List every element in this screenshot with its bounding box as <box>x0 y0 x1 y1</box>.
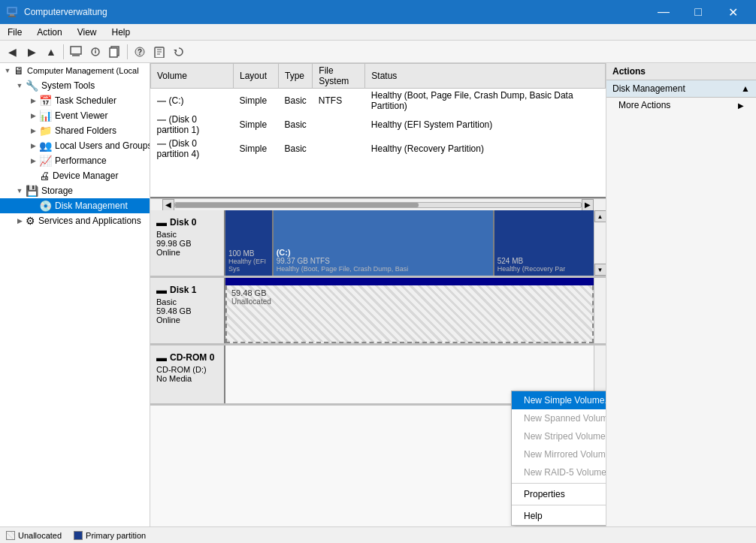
disk0-c-partition[interactable]: (C:) 99.37 GB NTFS Healthy (Boot, Page F… <box>274 210 494 276</box>
toolbar-separator-2 <box>127 44 128 59</box>
event-icon: 📊 <box>39 110 52 122</box>
new-window-button[interactable] <box>106 43 124 61</box>
sidebar-item-event-viewer[interactable]: ▶ 📊 Event Viewer <box>0 108 150 123</box>
cdrom-title: ▬ CD-ROM 0 <box>156 351 218 364</box>
forward-button[interactable]: ▶ <box>23 43 41 61</box>
properties-button[interactable] <box>86 43 104 61</box>
col-type[interactable]: Type <box>279 64 313 89</box>
services-icon: ⚙ <box>26 215 35 227</box>
expand-services[interactable]: ▶ <box>14 215 26 227</box>
refresh-button[interactable] <box>170 43 188 61</box>
col-filesystem[interactable]: File System <box>313 64 365 89</box>
title-bar: Computerverwaltung — □ ✕ <box>0 0 756 24</box>
actions-section-arrow: ▲ <box>741 83 750 94</box>
vscroll-down-btn[interactable]: ▼ <box>594 264 606 276</box>
ctx-item-6[interactable]: Properties <box>512 485 606 503</box>
svg-point-8 <box>95 48 96 50</box>
hscroll-left-btn[interactable]: ◀ <box>162 199 174 211</box>
maximize-button[interactable]: □ <box>681 0 715 24</box>
sidebar: ▼ 🖥 Computer Management (Local ▼ 🔧 Syste… <box>0 63 150 526</box>
disk-icon: ▬ <box>156 216 167 228</box>
col-layout[interactable]: Layout <box>234 64 279 89</box>
actions-more-actions[interactable]: More Actions ▶ <box>606 98 756 113</box>
menu-file[interactable]: File <box>0 26 29 39</box>
disk1-top-bar <box>225 278 594 285</box>
table-row[interactable]: (Disk 0 partition 1) Simple Basic Health… <box>151 113 606 137</box>
sidebar-item-shared-folders[interactable]: ▶ 📁 Shared Folders <box>0 123 150 138</box>
col-volume[interactable]: Volume <box>151 64 234 89</box>
vscroll-up-btn[interactable]: ▲ <box>594 210 606 222</box>
disk0-efi-partition[interactable]: 100 MB Healthy (EFI Sys <box>225 210 274 276</box>
sidebar-item-disk-management[interactable]: ▶ 💿 Disk Management <box>0 198 150 213</box>
legend-primary: Primary partition <box>74 531 146 540</box>
disk0-c-detail2: Healthy (Boot, Page File, Crash Dump, Ba… <box>277 265 490 273</box>
expand-performance[interactable]: ▶ <box>27 155 39 167</box>
expand-local-users[interactable]: ▶ <box>27 140 39 152</box>
back-button[interactable]: ◀ <box>3 43 21 61</box>
users-icon: 👥 <box>39 140 52 152</box>
sidebar-item-system-tools[interactable]: ▼ 🔧 System Tools <box>0 78 150 93</box>
ctx-item-3: New Mirrored Volume... <box>512 445 606 463</box>
expand-root[interactable]: ▼ <box>2 65 14 77</box>
ctx-item-8[interactable]: Help <box>512 507 606 525</box>
cdrom-info: ▬ CD-ROM 0 CD-ROM (D:) No Media <box>150 345 225 403</box>
legend-primary-box <box>74 531 83 540</box>
sidebar-item-storage[interactable]: ▼ 💾 Storage <box>0 183 150 198</box>
menu-action[interactable]: Action <box>29 26 69 39</box>
expand-system-tools[interactable]: ▼ <box>14 80 26 92</box>
actions-header: Actions <box>606 63 756 80</box>
sidebar-item-services[interactable]: ▶ ⚙ Services and Applications <box>0 213 150 228</box>
hscroll-track[interactable] <box>174 202 582 208</box>
sidebar-item-local-users[interactable]: ▶ 👥 Local Users and Groups <box>0 138 150 153</box>
disk0-info: ▬ Disk 0 Basic 99.98 GB Online <box>150 210 225 276</box>
hscroll-right-btn[interactable]: ▶ <box>582 199 594 211</box>
performance-label: Performance <box>55 155 107 166</box>
storage-label: Storage <box>41 186 73 196</box>
sidebar-item-device-manager[interactable]: ▶ 🖨 Device Manager <box>0 168 150 183</box>
ctx-sep-5 <box>512 483 606 484</box>
disk0-efi-detail: Healthy (EFI Sys <box>228 258 269 273</box>
disk0-recovery-partition[interactable]: 524 MB Healthy (Recovery Par <box>494 210 594 276</box>
actions-panel: Actions Disk Management ▲ More Actions ▶ <box>606 63 756 526</box>
disk-management-label: Disk Management <box>55 201 128 211</box>
expand-storage[interactable]: ▼ <box>14 185 26 197</box>
disk0-title: ▬ Disk 0 <box>156 216 218 228</box>
expand-shared-folders[interactable]: ▶ <box>27 125 39 137</box>
tools-icon: 🔧 <box>26 80 38 92</box>
minimize-button[interactable]: — <box>646 0 681 24</box>
cell-layout-1: Simple <box>234 113 279 137</box>
close-button[interactable]: ✕ <box>715 0 750 24</box>
horizontal-scrollbar[interactable]: ◀ ▶ <box>150 198 606 210</box>
cell-type-2: Basic <box>279 137 313 161</box>
export-button[interactable] <box>150 43 168 61</box>
hscroll-thumb[interactable] <box>175 203 419 207</box>
table-row[interactable]: (Disk 0 partition 4) Simple Basic Health… <box>151 137 606 161</box>
disk0-partitions: 100 MB Healthy (EFI Sys (C:) 99.37 GB NT… <box>225 210 594 276</box>
disk0-type: Basic <box>156 230 218 239</box>
col-status[interactable]: Status <box>365 64 606 89</box>
table-row[interactable]: (C:) Simple Basic NTFS Healthy (Boot, Pa… <box>151 89 606 113</box>
ctx-item-0[interactable]: New Simple Volume... <box>512 391 606 409</box>
expand-event-viewer[interactable]: ▶ <box>27 110 39 122</box>
task-icon: 📅 <box>39 95 52 107</box>
sidebar-item-performance[interactable]: ▶ 📈 Performance <box>0 153 150 168</box>
cell-volume-2: (Disk 0 partition 4) <box>151 137 234 161</box>
vscroll-area: ▲ ▼ <box>594 210 606 276</box>
show-hide-console-button[interactable] <box>67 43 85 61</box>
sidebar-item-task-scheduler[interactable]: ▶ 📅 Task Scheduler <box>0 93 150 108</box>
cell-status-2: Healthy (Recovery Partition) <box>365 137 606 161</box>
legend-unallocated: Unallocated <box>6 531 62 540</box>
local-users-label: Local Users and Groups <box>55 140 150 151</box>
root-label: Computer Management (Local <box>27 66 139 75</box>
menu-help[interactable]: Help <box>104 26 138 39</box>
sidebar-root[interactable]: ▼ 🖥 Computer Management (Local <box>0 63 150 78</box>
menu-view[interactable]: View <box>70 26 104 39</box>
expand-task-scheduler[interactable]: ▶ <box>27 95 39 107</box>
help-button[interactable]: ? <box>131 43 149 61</box>
actions-disk-management-header[interactable]: Disk Management ▲ <box>606 80 756 98</box>
services-label: Services and Applications <box>38 216 141 226</box>
disk1-partitions: 59.48 GB Unallocated <box>225 278 594 343</box>
up-button[interactable]: ▲ <box>42 43 60 61</box>
disk1-unallocated[interactable]: 59.48 GB Unallocated <box>225 278 594 343</box>
disk1-size: 59.48 GB <box>156 306 218 315</box>
